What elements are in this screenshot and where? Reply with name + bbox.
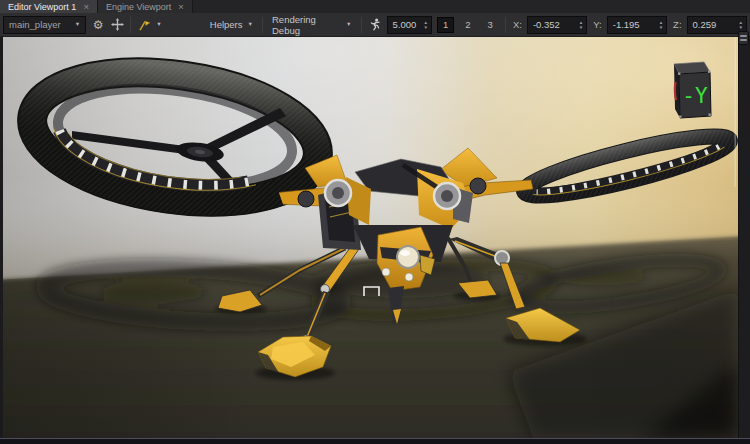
right-panel-edge [738, 37, 750, 438]
chevron-down-icon: ▼ [75, 22, 80, 28]
toolbar-separator [505, 17, 506, 33]
coord-z-label: Z: [673, 19, 681, 30]
toolbar-separator [361, 17, 362, 33]
camera-slot-1-button[interactable]: 1 [437, 17, 454, 33]
coord-y-value: -1.195 [613, 19, 656, 30]
toolbar-separator [262, 17, 263, 33]
rendering-debug-menu-button[interactable]: Rendering Debug ▼ [269, 16, 355, 34]
close-icon[interactable]: × [83, 2, 89, 12]
viewport-toolbar: main_player ▼ ⚙ ▼ Helpers ▼ [0, 13, 750, 37]
camera-slot-2-button[interactable]: 2 [459, 17, 476, 33]
coord-z-value: 0.259 [693, 19, 736, 30]
spin-down-icon[interactable]: ▼ [424, 26, 428, 29]
toolbar-separator [130, 17, 131, 33]
viewport-canvas[interactable]: -Y [3, 37, 738, 438]
spin-up-icon[interactable]: ▲ [659, 21, 663, 24]
spin-up-icon[interactable]: ▲ [424, 21, 428, 24]
chevron-down-icon: ▼ [248, 22, 253, 28]
window-bottom-border [0, 438, 750, 444]
editor-window: Editor Viewport 1 × Engine Viewport × ma… [0, 0, 750, 444]
tab-editor-viewport-1[interactable]: Editor Viewport 1 × [0, 0, 98, 13]
chevron-down-icon: ▼ [346, 22, 351, 28]
spin-down-icon[interactable]: ▼ [738, 26, 742, 29]
camera-speed-icon [368, 17, 382, 33]
viewport-tab-bar: Editor Viewport 1 × Engine Viewport × [0, 0, 750, 13]
camera-speed-value: 5.000 [393, 19, 421, 30]
chevron-down-icon[interactable]: ▼ [156, 22, 161, 28]
tab-engine-viewport[interactable]: Engine Viewport × [98, 0, 193, 13]
coord-x-value: -0.352 [533, 19, 576, 30]
render-scene: -Y [3, 37, 738, 438]
spin-up-icon[interactable]: ▲ [738, 21, 742, 24]
camera-slot-3-button[interactable]: 3 [482, 17, 499, 33]
panel-grip-icon[interactable] [738, 31, 749, 45]
coord-y-input[interactable]: -1.195 ▲ ▼ [607, 16, 667, 34]
helpers-menu-button[interactable]: Helpers ▼ [207, 16, 256, 34]
tab-label: Engine Viewport [106, 2, 171, 12]
axis-gizmo-label: -Y [682, 84, 708, 108]
coord-x-label: X: [513, 19, 522, 30]
coord-y-label: Y: [593, 19, 601, 30]
coord-x-input[interactable]: -0.352 ▲ ▼ [527, 16, 587, 34]
gear-icon[interactable]: ⚙ [91, 17, 105, 33]
pick-object-tool-icon[interactable] [137, 17, 151, 33]
close-icon[interactable]: × [178, 2, 184, 12]
camera-speed-input[interactable]: 5.000 ▲ ▼ [387, 16, 432, 34]
move-tool-icon[interactable] [110, 17, 124, 33]
spin-down-icon[interactable]: ▼ [579, 26, 583, 29]
axis-gizmo[interactable]: -Y [674, 62, 711, 118]
tab-label: Editor Viewport 1 [8, 2, 76, 12]
spin-up-icon[interactable]: ▲ [579, 21, 583, 24]
camera-select-value: main_player [9, 19, 61, 30]
viewport-edge-highlight [735, 37, 736, 187]
camera-select-combo[interactable]: main_player ▼ [3, 16, 86, 34]
spin-down-icon[interactable]: ▼ [659, 26, 663, 29]
